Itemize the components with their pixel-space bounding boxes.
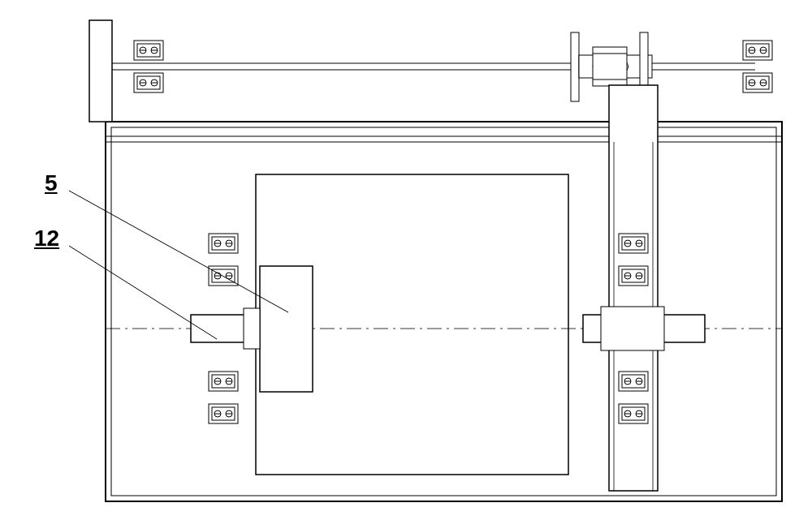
callout-label-5: 5 <box>45 170 58 196</box>
top-left-bearing-lower <box>134 73 163 92</box>
bottom-right-bearing-2 <box>619 266 648 286</box>
outer-frame <box>106 122 782 501</box>
bottom-left-bearing-1 <box>209 234 238 253</box>
top-shaft-flange-left <box>571 32 579 101</box>
bottom-right-bearing-3 <box>619 372 648 391</box>
svg-rect-19 <box>601 307 664 350</box>
top-right-bearing-upper <box>743 41 772 60</box>
bottom-right-bearing-4 <box>619 404 648 423</box>
right-vertical-rail <box>609 85 658 491</box>
flange-block-5 <box>260 266 313 392</box>
svg-rect-13 <box>593 47 627 86</box>
bottom-left-bearing-4 <box>209 404 238 423</box>
left-end-plate <box>89 20 112 122</box>
bottom-left-bearing-3 <box>209 372 238 391</box>
callout-label-12: 12 <box>34 226 59 251</box>
svg-rect-18 <box>244 308 260 349</box>
technical-drawing <box>0 0 812 520</box>
diagram-canvas: 5 12 <box>0 0 812 520</box>
top-right-bearing-lower <box>743 73 772 92</box>
top-left-bearing-upper <box>134 41 163 60</box>
bottom-right-bearing-1 <box>619 234 648 253</box>
svg-rect-7 <box>111 127 776 496</box>
leader-12 <box>69 246 217 339</box>
